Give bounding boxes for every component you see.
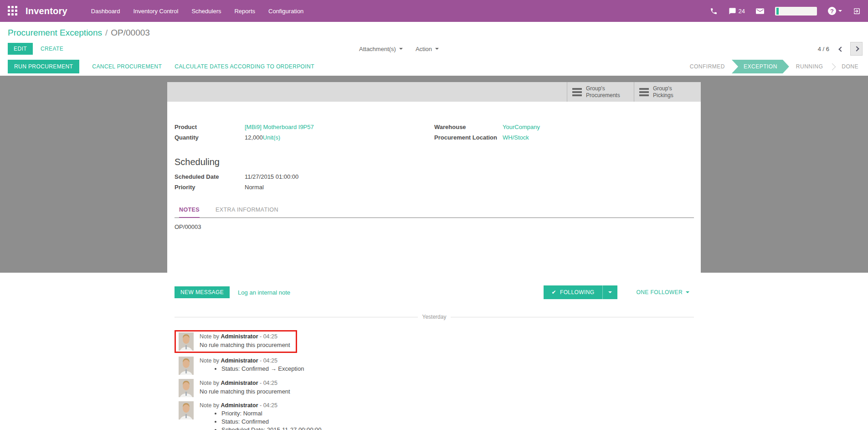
create-button[interactable]: CREATE — [41, 46, 63, 52]
breadcrumb-current: OP/00003 — [111, 28, 150, 37]
menu-item-inventory-control[interactable]: Inventory Control — [133, 8, 178, 15]
list-icon — [572, 88, 582, 96]
run-procurement-button[interactable]: RUN PROCUREMENT — [8, 60, 79, 73]
groups-procurements-button[interactable]: Group's Procurements — [567, 82, 634, 102]
log-internal-note-link[interactable]: Log an internal note — [238, 289, 290, 296]
quantity-value: 12,000 — [245, 134, 263, 141]
followers-dropdown[interactable]: ONE FOLLOWER — [637, 289, 689, 295]
message-body: No rule matching this procurement — [200, 342, 290, 348]
chevron-down-icon — [435, 48, 439, 50]
procurement-location-label: Procurement Location — [434, 134, 503, 141]
priority-label: Priority — [175, 184, 245, 191]
message: Note by Administrator - 04:25 Priority: … — [179, 401, 694, 430]
attachments-dropdown[interactable]: Attachment(s) — [359, 46, 403, 52]
check-icon: ✔ — [551, 289, 556, 295]
breadcrumb-parent[interactable]: Procurement Exceptions — [8, 28, 102, 37]
message-time: - 04:25 — [260, 402, 277, 409]
chevron-down-icon — [686, 291, 689, 293]
message: Note by Administrator - 04:25 No rule ma… — [179, 379, 694, 397]
field-priority: Priority Normal — [175, 184, 694, 191]
apps-menu-icon[interactable] — [8, 6, 18, 16]
app-title: Inventory — [26, 6, 67, 16]
status-step-confirmed[interactable]: CONFIRMED — [684, 63, 731, 70]
form-view-background: Group's Procurements Group's Pickings Pr… — [0, 76, 868, 273]
field-quantity: Quantity 12,000Unit(s) — [175, 134, 434, 141]
tracking-value: Scheduled Date: 2015-11-27 00:00:00 — [221, 426, 321, 430]
tab-notes[interactable]: NOTES — [179, 207, 200, 218]
tracking-value: Status: Confirmed — [221, 418, 321, 425]
pager-next-button[interactable] — [850, 42, 863, 56]
message-time: - 04:25 — [260, 380, 277, 386]
button-label-line2: Pickings — [653, 92, 673, 98]
main-menu: Dashboard Inventory Control Schedulers R… — [91, 8, 304, 15]
logout-icon[interactable] — [853, 7, 861, 15]
form-buttons-row: RUN PROCUREMENT CANCEL PROCUREMENT CALCU… — [0, 57, 868, 76]
tracking-value: Priority: Normal — [221, 410, 321, 417]
procurement-location-value-link[interactable]: WH/Stock — [503, 134, 529, 141]
product-value-link[interactable]: [MBi9] Motherboard I9P57 — [245, 124, 314, 130]
avatar — [179, 332, 194, 351]
form-sheet: Group's Procurements Group's Pickings Pr… — [167, 82, 701, 273]
menu-item-configuration[interactable]: Configuration — [268, 8, 303, 15]
following-dropdown-toggle[interactable] — [602, 285, 617, 299]
right-field-group: Warehouse YourCompany Procurement Locati… — [434, 124, 694, 145]
help-menu[interactable]: ? — [828, 7, 842, 15]
avatar — [179, 379, 194, 397]
message-time: - 04:25 — [260, 333, 277, 340]
message-author[interactable]: Administrator — [221, 357, 258, 364]
messages-counter[interactable]: 24 — [729, 7, 745, 15]
message-body: No rule matching this procurement — [200, 388, 290, 395]
quantity-label: Quantity — [175, 134, 245, 141]
tab-extra-information[interactable]: EXTRA INFORMATION — [216, 207, 278, 218]
user-menu[interactable] — [775, 7, 817, 16]
status-step-exception-active[interactable]: EXCEPTION — [732, 60, 789, 73]
date-divider: Yesterday — [175, 314, 694, 320]
message: Note by Administrator - 04:25 Status: Co… — [179, 357, 694, 375]
field-product: Product [MBi9] Motherboard I9P57 — [175, 124, 434, 130]
avatar — [179, 401, 194, 420]
message-time: - 04:25 — [260, 357, 277, 364]
action-dropdown[interactable]: Action — [416, 46, 439, 52]
chevron-down-icon — [399, 48, 403, 50]
cancel-procurement-button[interactable]: CANCEL PROCUREMENT — [86, 60, 162, 73]
message-author[interactable]: Administrator — [221, 333, 258, 340]
warehouse-label: Warehouse — [434, 124, 503, 130]
uom-value-link[interactable]: Unit(s) — [263, 134, 280, 141]
control-panel: EDIT CREATE Attachment(s) Action 4 / 6 — [0, 40, 868, 57]
followers-label: ONE FOLLOWER — [637, 289, 683, 295]
menu-item-reports[interactable]: Reports — [234, 8, 255, 15]
chevron-down-icon — [838, 10, 842, 12]
message-highlighted: Note by Administrator - 04:25 No rule ma… — [175, 330, 297, 353]
statusbar: CONFIRMED EXCEPTION RUNNING DONE — [684, 60, 864, 73]
pager-previous-button[interactable] — [837, 42, 846, 56]
calculate-dates-button[interactable]: CALCULATE DATES ACCORDING TO ORDERPOINT — [168, 60, 314, 73]
breadcrumb: Procurement Exceptions/OP/00003 — [0, 22, 868, 40]
phone-icon[interactable] — [710, 7, 718, 15]
groups-pickings-button[interactable]: Group's Pickings — [634, 82, 701, 102]
following-button[interactable]: ✔ FOLLOWING — [544, 285, 617, 299]
new-message-button[interactable]: NEW MESSAGE — [175, 286, 230, 298]
warehouse-value-link[interactable]: YourCompany — [503, 124, 540, 130]
priority-value: Normal — [245, 184, 264, 191]
button-label-line2: Procurements — [586, 92, 620, 98]
menu-item-schedulers[interactable]: Schedulers — [191, 8, 221, 15]
status-step-done[interactable]: DONE — [836, 63, 864, 70]
note-prefix: Note by — [200, 402, 219, 409]
menu-item-dashboard[interactable]: Dashboard — [91, 8, 120, 15]
notes-content: OP/00003 — [175, 218, 694, 230]
message-author[interactable]: Administrator — [221, 402, 258, 409]
status-step-running[interactable]: RUNNING — [790, 63, 829, 70]
edit-button[interactable]: EDIT — [8, 43, 33, 55]
chevron-separator-icon — [829, 63, 836, 70]
mail-icon[interactable] — [756, 8, 764, 15]
top-navbar: Inventory Dashboard Inventory Control Sc… — [0, 0, 868, 22]
scheduled-date-label: Scheduled Date — [175, 173, 245, 180]
list-icon — [639, 88, 649, 96]
action-label: Action — [416, 46, 432, 52]
message-author[interactable]: Administrator — [221, 380, 258, 386]
note-prefix: Note by — [200, 333, 219, 340]
following-label: FOLLOWING — [560, 289, 595, 295]
tracking-value: Status: Confirmed → Exception — [221, 365, 304, 372]
sheet-button-box: Group's Procurements Group's Pickings — [167, 82, 701, 102]
note-prefix: Note by — [200, 380, 219, 386]
